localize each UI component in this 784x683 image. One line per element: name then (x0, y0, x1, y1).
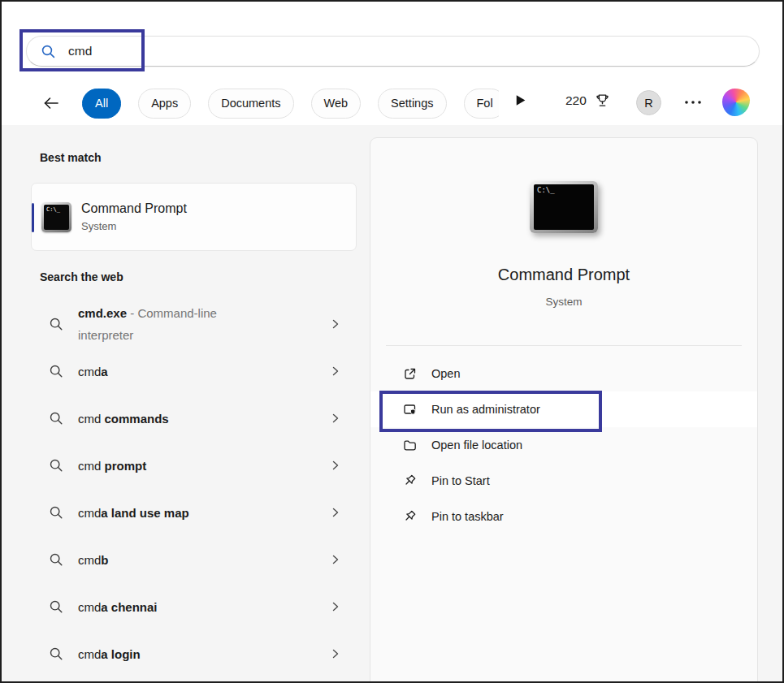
best-match-title: Command Prompt (81, 201, 187, 216)
action-label: Pin to Start (431, 474, 490, 487)
suggestion-text: cmda (78, 361, 323, 383)
suggestion-text: cmd commands (78, 408, 323, 430)
command-prompt-icon-large-text: C:\_ (534, 184, 594, 230)
rewards-points: 220 (565, 93, 587, 108)
action-row[interactable]: Run as administrator (370, 391, 757, 427)
ellipsis-icon (683, 99, 703, 106)
best-match-heading: Best match (40, 151, 101, 164)
back-arrow-icon (41, 93, 61, 113)
more-options-button[interactable] (683, 97, 703, 107)
pin-icon (402, 473, 418, 489)
web-suggestion-row[interactable]: cmdb (31, 536, 357, 583)
command-prompt-icon-text: C:\_ (44, 205, 69, 230)
pin-icon (402, 509, 418, 525)
web-suggestion-row[interactable]: cmd commands (31, 395, 357, 442)
play-icon (513, 93, 527, 107)
action-icon-slot (402, 366, 418, 382)
filter-tab[interactable]: Settings (378, 89, 446, 119)
suggestion-text: cmda chennai (78, 596, 323, 618)
search-suggestion-icon (49, 317, 63, 331)
action-icon-slot (402, 438, 418, 453)
actions-list: Open Run as administrator Open file loca… (370, 356, 757, 534)
action-label: Open (431, 367, 460, 380)
chevron-right-icon (329, 365, 342, 378)
open-icon (402, 366, 418, 382)
suggestion-text: cmda land use map (78, 502, 323, 524)
search-suggestion-icon (49, 505, 63, 520)
action-icon-slot (402, 473, 418, 489)
action-label: Pin to taskbar (431, 510, 504, 523)
action-row[interactable]: Pin to Start (370, 463, 757, 499)
chevron-right-icon (329, 647, 342, 660)
search-suggestion-icon (49, 458, 63, 473)
search-suggestion-icon (49, 599, 63, 614)
filter-tab[interactable]: Apps (138, 89, 191, 119)
trophy-icon (594, 93, 611, 110)
play-button[interactable] (513, 93, 530, 110)
chevron-right-icon (329, 600, 342, 613)
search-window: cmd All Apps Documents Web Settings Fol … (0, 0, 784, 683)
web-suggestion-row[interactable]: cmd prompt (31, 442, 357, 489)
web-suggestion-row[interactable]: cmda land use map (31, 489, 357, 536)
web-suggestion-row[interactable]: cmd.exe - Command-lineinterpreter (31, 300, 357, 348)
suggestion-text: cmd prompt (78, 455, 323, 477)
filter-tab[interactable]: All (82, 89, 121, 119)
folder-icon (402, 438, 418, 453)
user-avatar[interactable]: R (636, 90, 661, 115)
chevron-right-icon (329, 318, 342, 331)
search-bar[interactable]: cmd (26, 36, 760, 67)
best-match-item[interactable]: C:\_ Command Prompt System (31, 183, 357, 251)
search-web-heading: Search the web (40, 270, 123, 283)
copilot-icon (722, 89, 750, 116)
suggestion-text: cmda login (78, 643, 323, 665)
action-row[interactable]: Open file location (370, 427, 757, 463)
copilot-button[interactable] (721, 87, 752, 118)
best-match-subtitle: System (81, 220, 187, 232)
back-button[interactable] (41, 93, 62, 114)
best-match-text: Command Prompt System (81, 201, 187, 232)
action-row[interactable]: Pin to taskbar (370, 499, 757, 534)
search-query-text: cmd (68, 44, 92, 58)
filter-tab[interactable]: Web (311, 89, 362, 119)
search-icon (41, 44, 56, 59)
preview-title: Command Prompt (370, 266, 757, 284)
search-suggestion-icon (49, 646, 63, 661)
preview-panel: C:\_ Command Prompt System Open Run as a… (370, 137, 758, 683)
web-suggestion-row[interactable]: cmda login (31, 630, 357, 677)
divider (386, 345, 742, 346)
search-suggestion-icon (49, 411, 63, 426)
action-icon-slot (402, 509, 418, 525)
action-row[interactable]: Open (370, 356, 757, 391)
run-as-admin-icon (402, 402, 418, 417)
search-suggestion-icon (49, 364, 63, 378)
suggestion-text: cmdb (78, 549, 323, 571)
web-suggestion-row[interactable]: cmda (31, 348, 357, 395)
chevron-right-icon (329, 412, 342, 425)
filter-tab[interactable]: Documents (208, 89, 293, 119)
action-label: Run as administrator (431, 403, 540, 416)
filter-tabs: All Apps Documents Web Settings Fol (76, 88, 499, 119)
action-icon-slot (402, 402, 418, 417)
selection-indicator (32, 203, 34, 232)
chevron-right-icon (329, 553, 342, 566)
command-prompt-icon-large: C:\_ (530, 181, 598, 233)
filter-tab[interactable]: Fol (464, 89, 500, 119)
chevron-right-icon (329, 506, 342, 519)
chevron-right-icon (329, 459, 342, 472)
suggestion-text: cmd.exe - Command-lineinterpreter (78, 302, 323, 346)
web-suggestions-list: cmd.exe - Command-lineinterpreter cmda (31, 300, 357, 677)
rewards-button[interactable]: 220 (565, 89, 611, 112)
web-suggestion-row[interactable]: cmda chennai (31, 583, 357, 630)
action-label: Open file location (431, 439, 522, 452)
command-prompt-icon: C:\_ (41, 202, 71, 232)
search-suggestion-icon (49, 552, 63, 567)
preview-subtitle: System (370, 296, 757, 308)
